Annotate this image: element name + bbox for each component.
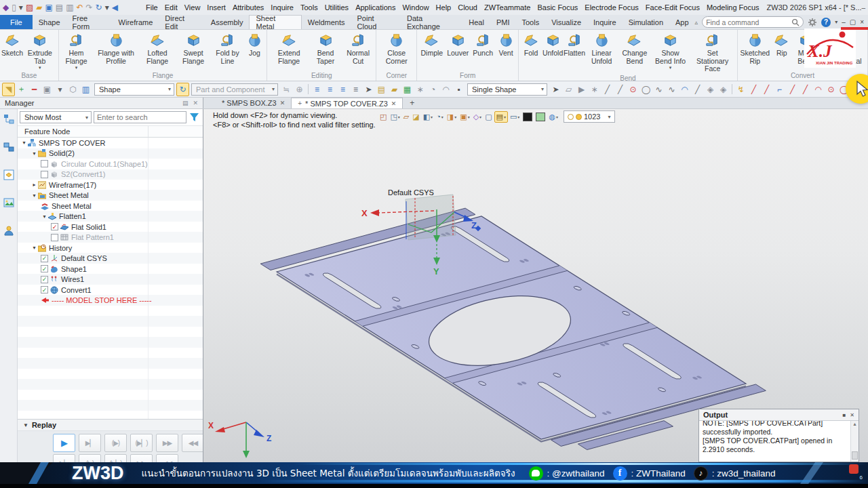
expand-down-icon[interactable]: ▾: [20, 140, 28, 146]
show-bend-info-button[interactable]: Show Bend Info▾: [652, 31, 690, 71]
set-stationary-face-button[interactable]: Set Stationary Face: [690, 31, 736, 74]
tree-search-input[interactable]: [94, 111, 186, 123]
grid-plain-icon[interactable]: ▢: [484, 111, 493, 123]
line-2-icon[interactable]: ╱: [614, 83, 627, 96]
menu-file[interactable]: File: [142, 2, 161, 13]
red-arc-icon[interactable]: ◠: [812, 83, 825, 96]
tree-row-model-stop-here[interactable]: ----- MODEL STOP HERE -----: [18, 296, 203, 306]
tab-sheet-metal[interactable]: Sheet Metal: [249, 15, 301, 29]
extend-flange-button[interactable]: Extend Flange: [269, 31, 309, 66]
globe-icon[interactable]: ◍▾: [547, 111, 559, 123]
import-doc-icon[interactable]: ◰: [378, 111, 388, 123]
list-plain-icon[interactable]: ≡: [349, 83, 362, 96]
sketched-rip-button[interactable]: Sketched Rip: [739, 31, 771, 66]
flatten-button[interactable]: Flatten: [564, 31, 585, 58]
tab-inquire[interactable]: Inquire: [587, 15, 623, 29]
tab-tools[interactable]: Tools: [515, 15, 545, 29]
scroll-thumb[interactable]: [852, 451, 858, 460]
back-icon[interactable]: ◀: [112, 3, 118, 12]
output-header[interactable]: Output ■ ✕: [699, 409, 859, 420]
swept-flange-button[interactable]: Swept Flange: [176, 31, 212, 66]
histogram-icon[interactable]: ▥: [79, 83, 92, 96]
tab-shape[interactable]: Shape: [33, 15, 66, 29]
pin-icon[interactable]: ⊕: [293, 83, 306, 96]
tab-visualize[interactable]: Visualize: [545, 15, 587, 29]
print-icon[interactable]: ▤: [56, 3, 63, 12]
sketch-button[interactable]: Sketch: [1, 31, 23, 58]
section-box-icon[interactable]: ▣▾: [458, 111, 471, 123]
red-line-3-icon[interactable]: ╱: [799, 83, 812, 96]
face-icon[interactable]: ◈: [704, 83, 717, 96]
dimple-button[interactable]: Dimple: [418, 31, 445, 58]
list-top-icon[interactable]: ≡: [311, 83, 323, 96]
line-icon[interactable]: ╱: [601, 83, 614, 96]
linear-unfold-button[interactable]: Linear Unfold: [585, 31, 618, 66]
jog-button[interactable]: Jog: [243, 31, 265, 58]
fold-button[interactable]: Fold: [520, 31, 542, 58]
flange-with-profile-button[interactable]: Flange with Profile: [92, 31, 139, 66]
tree-row-wires1[interactable]: ✓Wires1: [18, 274, 203, 285]
picture-icon[interactable]: ▣: [41, 83, 54, 96]
tree-row-history[interactable]: ▾History: [18, 243, 203, 253]
help-dropdown-icon[interactable]: ▾: [835, 19, 837, 25]
circle-center-icon[interactable]: ⊙: [627, 83, 639, 96]
regen-dropdown-icon[interactable]: ▾: [105, 3, 109, 12]
run-icon[interactable]: ▶: [575, 83, 588, 96]
cube-view-icon[interactable]: ◧▾: [422, 111, 434, 123]
line-3-icon[interactable]: ╱: [691, 83, 704, 96]
tree-row-wireframe-17[interactable]: ▸Wireframe(17): [18, 180, 203, 190]
replay-play-to-end-button[interactable]: ▶▏: [79, 434, 101, 452]
face-color-swatch[interactable]: [536, 113, 545, 121]
polyline-icon[interactable]: ⌐: [773, 83, 786, 96]
list-low-icon[interactable]: ≡: [336, 83, 349, 96]
list-mid-icon[interactable]: ≡: [323, 83, 336, 96]
curve-2-icon[interactable]: ∿: [665, 83, 678, 96]
menu-face-edit-focus[interactable]: Face-Edit Focus: [642, 2, 703, 13]
menu-insert[interactable]: Insert: [203, 2, 229, 13]
spray-icon[interactable]: ∗: [588, 83, 601, 96]
chevron-down-icon[interactable]: ▾: [669, 65, 672, 70]
tab-close-icon[interactable]: [280, 100, 285, 106]
menu-help[interactable]: Help: [433, 2, 455, 13]
menu-applications[interactable]: Applications: [352, 2, 399, 13]
replay-extra-play-auto-button[interactable]: (▶): [79, 454, 101, 462]
expand-down-icon[interactable]: ▾: [31, 245, 38, 251]
dot-icon[interactable]: ▪: [452, 83, 465, 96]
pick-arrow-icon[interactable]: ➤: [362, 83, 375, 96]
tree-row-shape1[interactable]: ✓Shape1: [18, 264, 203, 274]
extrude-tab-button[interactable]: Extrude Tab▾: [23, 31, 57, 71]
expand-down-icon[interactable]: ▾: [41, 214, 48, 220]
fold-by-line-button[interactable]: Fold by Line: [212, 31, 244, 66]
social-tiktok[interactable]: ♪: zw3d_thailand: [694, 466, 776, 481]
louver-button[interactable]: Louver: [445, 31, 471, 58]
tab-heal[interactable]: Heal: [462, 15, 490, 29]
tab-weldments[interactable]: Weldments: [302, 15, 351, 29]
probe-icon[interactable]: ▱: [562, 83, 575, 96]
checkbox-checked[interactable]: ✓: [41, 265, 48, 272]
save-icon[interactable]: ▣: [45, 3, 52, 12]
doc-close-icon[interactable]: ×: [860, 18, 864, 26]
social-facebook[interactable]: f: ZWThailand: [613, 466, 686, 481]
output-pin-icon[interactable]: ■: [842, 412, 846, 418]
checkbox-checked[interactable]: ✓: [51, 223, 58, 230]
tree-row-flat-solid1[interactable]: ✓Flat Solid1: [18, 222, 203, 232]
doc-tab-smps-box-z3[interactable]: * SMPS BOX.Z3: [216, 98, 291, 108]
redo-icon[interactable]: ↷: [86, 3, 93, 12]
remove-icon[interactable]: ━: [28, 83, 41, 96]
replay-rewind-button[interactable]: ◀◀: [182, 434, 203, 452]
grid-active-icon[interactable]: ▤▾: [494, 111, 508, 123]
menu-view[interactable]: View: [181, 2, 204, 13]
manager-close-icon[interactable]: ✕: [193, 100, 198, 106]
replay-extra-fast-forward-button[interactable]: ▶▶: [130, 454, 153, 462]
circle-icon[interactable]: ◯: [639, 83, 652, 96]
command-search[interactable]: [702, 16, 804, 28]
output-close-icon[interactable]: ✕: [850, 412, 854, 418]
print-batch-icon[interactable]: ▥: [66, 3, 73, 12]
replay-extra-play-to-end-button[interactable]: ▶▏: [53, 454, 75, 462]
doc-tab-smps-top-cover-z3[interactable]: +* SMPS TOP COVER.Z3: [291, 98, 403, 108]
help-icon[interactable]: [821, 18, 831, 27]
add-icon[interactable]: ＋: [15, 83, 28, 96]
part-and-component-combo[interactable]: Part and Component▾: [191, 83, 278, 96]
tree-filter-combo[interactable]: Show Most▾: [20, 111, 92, 123]
tree-row-default-csys[interactable]: ✓Default CSYS: [18, 253, 203, 264]
